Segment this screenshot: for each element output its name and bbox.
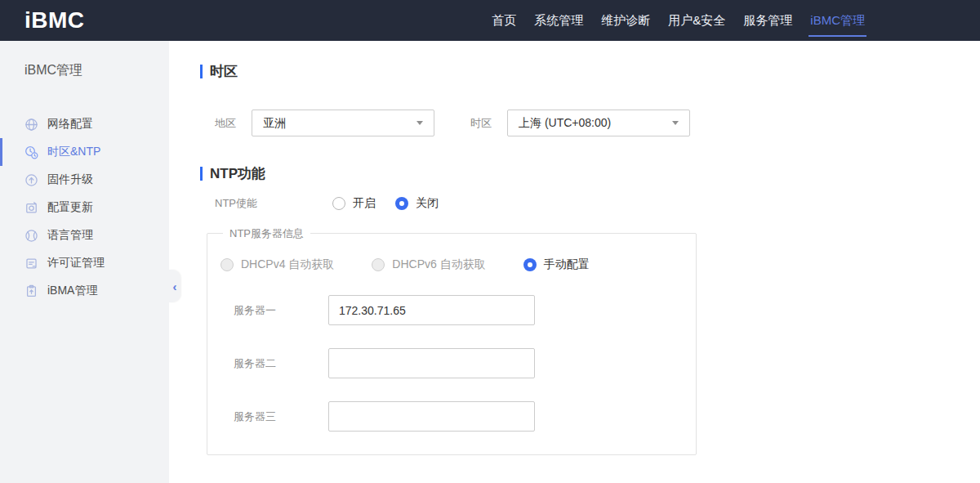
radio-checked-icon <box>523 258 537 271</box>
section-accent-bar <box>200 167 203 181</box>
sidebar-item-label: 许可证管理 <box>47 256 105 271</box>
timezone-label: 时区 <box>470 116 493 131</box>
sidebar-title: iBMC管理 <box>0 41 169 79</box>
ntp-section-title: NTP功能 <box>200 165 980 181</box>
config-update-icon <box>24 201 38 215</box>
ntp-mode-row: DHCPv4 自动获取 DHCPv6 自动获取 手动配置 <box>207 257 696 272</box>
sidebar-item-label: 网络配置 <box>47 117 93 132</box>
timezone-form-row: 地区 亚洲 时区 上海 (UTC+08:00) <box>215 110 980 136</box>
server-one-row: 服务器一 <box>207 295 696 325</box>
sidebar-item-label: 配置更新 <box>47 200 93 215</box>
sidebar-collapse-button[interactable]: ‹ <box>169 270 180 302</box>
sidebar-item-timezone-ntp[interactable]: 时区&NTP <box>0 138 169 166</box>
timezone-select-value: 上海 (UTC+08:00) <box>519 116 611 131</box>
nav-maintenance-diagnosis[interactable]: 维护诊断 <box>599 0 652 41</box>
region-select-value: 亚洲 <box>263 116 286 131</box>
server-two-label: 服务器二 <box>234 356 328 371</box>
server-one-label: 服务器一 <box>234 303 328 318</box>
top-nav: 首页 系统管理 维护诊断 用户&安全 服务管理 iBMC管理 <box>483 0 874 41</box>
section-title-text: NTP功能 <box>210 164 265 183</box>
radio-label: DHCPv4 自动获取 <box>241 257 334 272</box>
radio-label: 关闭 <box>416 196 439 211</box>
radio-label: 开启 <box>353 196 376 211</box>
region-select[interactable]: 亚洲 <box>252 110 434 136</box>
nav-user-security[interactable]: 用户&安全 <box>666 0 727 41</box>
region-label: 地区 <box>215 116 238 131</box>
dhcpv4-auto-radio[interactable]: DHCPv4 自动获取 <box>220 257 334 272</box>
radio-checked-icon <box>395 197 408 210</box>
ibma-clipboard-icon <box>24 284 38 298</box>
chevron-left-icon: ‹ <box>173 280 177 293</box>
timezone-select[interactable]: 上海 (UTC+08:00) <box>507 110 690 136</box>
ntp-server-group: NTP服务器信息 DHCPv4 自动获取 DHCPv6 自动获取 手动配置 服务… <box>207 233 697 455</box>
section-accent-bar <box>200 65 203 78</box>
upgrade-arrow-icon <box>24 173 38 187</box>
timezone-clock-icon <box>24 145 38 159</box>
nav-home[interactable]: 首页 <box>490 0 518 41</box>
radio-disabled-icon <box>372 258 385 271</box>
ntp-enable-row: NTP使能 开启 关闭 <box>215 195 980 212</box>
sidebar-item-label: 时区&NTP <box>47 145 100 159</box>
sidebar-item-ibma-management[interactable]: iBMA管理 <box>0 277 169 305</box>
dhcpv6-auto-radio[interactable]: DHCPv6 自动获取 <box>372 257 485 272</box>
timezone-section-title: 时区 <box>200 63 980 79</box>
nav-ibmc-management[interactable]: iBMC管理 <box>808 0 866 41</box>
license-icon <box>24 257 38 271</box>
manual-config-radio[interactable]: 手动配置 <box>523 257 590 272</box>
sidebar-item-network-config[interactable]: 网络配置 <box>0 110 169 138</box>
radio-label: DHCPv6 自动获取 <box>392 257 485 272</box>
app-logo: iBMC <box>24 7 85 34</box>
nav-system-management[interactable]: 系统管理 <box>532 0 585 41</box>
chevron-down-icon <box>672 121 679 125</box>
radio-unchecked-icon <box>332 197 345 210</box>
sidebar-item-language-management[interactable]: 语言管理 <box>0 221 169 249</box>
server-two-row: 服务器二 <box>207 348 696 378</box>
sidebar-item-label: 语言管理 <box>47 228 93 243</box>
main-content: 时区 地区 亚洲 时区 上海 (UTC+08:00) NTP功能 NTP使能 <box>169 41 980 483</box>
sidebar-item-firmware-upgrade[interactable]: 固件升级 <box>0 166 169 194</box>
server-three-row: 服务器三 <box>207 401 696 432</box>
sidebar-item-label: iBMA管理 <box>47 284 97 298</box>
ntp-enable-label: NTP使能 <box>215 196 332 211</box>
sidebar-item-label: 固件升级 <box>47 172 93 187</box>
ntp-enable-on-radio[interactable]: 开启 <box>332 196 376 211</box>
radio-label: 手动配置 <box>544 257 590 272</box>
server-two-input[interactable] <box>328 348 535 378</box>
ntp-enable-off-radio[interactable]: 关闭 <box>395 196 439 211</box>
globe-icon <box>24 118 38 132</box>
section-title-text: 时区 <box>210 62 238 81</box>
timezone-field-group: 时区 上海 (UTC+08:00) <box>470 110 690 136</box>
topbar: iBMC 首页 系统管理 维护诊断 用户&安全 服务管理 iBMC管理 <box>0 0 980 41</box>
chevron-down-icon <box>416 121 423 125</box>
sidebar-item-license-management[interactable]: 许可证管理 <box>0 249 169 277</box>
server-three-label: 服务器三 <box>234 409 328 424</box>
ntp-server-group-legend: NTP服务器信息 <box>223 226 310 241</box>
radio-disabled-icon <box>220 258 234 271</box>
nav-service-management[interactable]: 服务管理 <box>742 0 794 41</box>
server-three-input[interactable] <box>328 401 535 432</box>
server-one-input[interactable] <box>328 295 535 325</box>
sidebar-menu: 网络配置 时区&NTP 固件升级 配置更新 <box>0 110 169 305</box>
sidebar: iBMC管理 网络配置 时区&NTP 固件升级 <box>0 41 169 483</box>
language-globe-icon <box>24 229 38 243</box>
sidebar-item-config-update[interactable]: 配置更新 <box>0 194 169 221</box>
